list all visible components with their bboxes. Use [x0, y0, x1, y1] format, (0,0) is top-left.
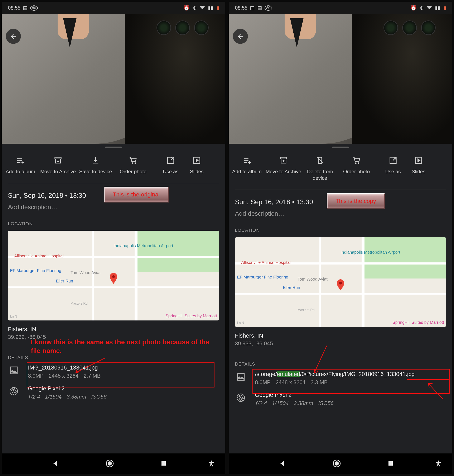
- location-map[interactable]: Indianapolis Metropolitan Airport Alliso…: [8, 231, 219, 321]
- data-saver-icon: ⊕: [193, 5, 197, 11]
- map-poi: Masters Rd: [297, 308, 315, 312]
- svg-rect-0: [55, 157, 61, 159]
- nav-back-button[interactable]: [52, 460, 59, 468]
- aperture-icon: [8, 385, 20, 397]
- info-sheet: Add to album Move to Archive Save to dev…: [2, 144, 225, 453]
- action-order-photo[interactable]: Order photo: [114, 155, 152, 175]
- annotation-box: [252, 369, 450, 394]
- svg-point-9: [211, 461, 212, 462]
- nav-home-button[interactable]: [106, 459, 114, 468]
- add-to-album-icon: [229, 155, 265, 165]
- phone-original: 08:55 ▤ 80 ⏰ ⊕ ▮▮ ▮ Add to album: [2, 2, 225, 474]
- annotation-badge-original: This is the original: [104, 187, 169, 202]
- map-poi: Masters Rd: [70, 302, 88, 306]
- slideshow-icon: [189, 155, 204, 165]
- aperture-icon: [235, 392, 247, 404]
- annotation-underline: [407, 379, 449, 380]
- svg-point-20: [438, 461, 439, 462]
- svg-rect-8: [161, 461, 166, 466]
- photo-preview[interactable]: [2, 14, 225, 144]
- message-icon: ▤: [257, 5, 262, 11]
- nav-accessibility-button[interactable]: [208, 460, 215, 468]
- action-slideshow[interactable]: Slides: [189, 155, 204, 175]
- map-airport: Indianapolis Metropolitan Airport: [340, 250, 400, 255]
- signal-icon: ▮▮: [435, 5, 440, 11]
- svg-point-7: [108, 461, 112, 466]
- alarm-icon: ⏰: [410, 5, 417, 11]
- battery-icon: ▮: [216, 5, 219, 11]
- map-poi: EF Marburger Fine Flooring: [10, 268, 61, 273]
- battery-percent: 80: [265, 5, 272, 11]
- status-bar: 08:55 ▧ ▤ 80 ⏰ ⊕ ▮▮ ▮: [229, 2, 452, 14]
- location-map[interactable]: Indianapolis Metropolitan Airport Alliso…: [235, 237, 446, 327]
- nav-home-button[interactable]: [333, 459, 341, 468]
- nav-accessibility-button[interactable]: [435, 460, 442, 468]
- action-archive[interactable]: Move to Archive: [265, 155, 302, 181]
- signal-icon: ▮▮: [208, 5, 213, 11]
- location-coords: 39.933, -86.045: [235, 340, 446, 347]
- action-save-device[interactable]: Save to device: [77, 155, 114, 175]
- drag-handle[interactable]: [332, 146, 349, 148]
- download-icon: [77, 155, 114, 165]
- drag-handle[interactable]: [105, 146, 122, 148]
- use-as-icon: [152, 155, 189, 165]
- location-city: Fishers, IN: [235, 332, 446, 339]
- delete-device-icon: [302, 155, 338, 165]
- nav-bar: [2, 453, 225, 474]
- image-icon: [235, 371, 247, 383]
- map-poi: Allisonville Animal Hospital: [14, 254, 64, 259]
- annotation-badge-copy: This is the copy: [327, 193, 385, 209]
- data-saver-icon: ⊕: [420, 5, 424, 11]
- battery-icon: ▮: [443, 5, 446, 11]
- map-poi: Ln N: [10, 315, 17, 318]
- annotation-arrow-icon: [425, 381, 446, 400]
- image-icon: ▧: [250, 5, 255, 11]
- action-delete-device[interactable]: Delete from device: [302, 155, 338, 181]
- location-header: LOCATION: [2, 211, 225, 231]
- svg-point-14: [339, 282, 342, 284]
- map-poi: SpringHill Suites by Marriott: [393, 320, 444, 325]
- map-poi: Tom Wood Aviati: [297, 277, 328, 282]
- message-icon: ▤: [23, 5, 28, 11]
- description-input[interactable]: Add description…: [235, 210, 446, 217]
- svg-rect-10: [280, 157, 287, 159]
- camera-stats: ƒ/2.41/15043.38mmISO56: [28, 393, 219, 400]
- image-icon: [8, 365, 20, 376]
- location-city: Fishers, IN: [8, 326, 219, 333]
- slideshow-icon: [411, 155, 426, 165]
- annotation-text: I know this is the same as the next phot…: [31, 338, 214, 355]
- nav-recents-button[interactable]: [387, 460, 394, 468]
- status-time: 08:55: [8, 5, 20, 11]
- battery-percent: 80: [30, 5, 38, 11]
- action-use-as[interactable]: Use as: [152, 155, 189, 175]
- details-header: DETAILS: [229, 347, 452, 371]
- back-button[interactable]: [6, 29, 21, 44]
- action-use-as[interactable]: Use as: [375, 155, 411, 181]
- action-archive[interactable]: Move to Archive: [39, 155, 77, 175]
- camera-stats: ƒ/2.41/15043.38mmISO56: [255, 400, 446, 407]
- svg-rect-19: [388, 461, 393, 466]
- action-add-to-album[interactable]: Add to album: [2, 155, 39, 175]
- archive-icon: [39, 155, 77, 165]
- description-input[interactable]: Add description…: [8, 204, 219, 211]
- nav-recents-button[interactable]: [160, 460, 167, 468]
- action-add-to-album[interactable]: Add to album: [229, 155, 265, 181]
- map-poi: Ln N: [237, 321, 244, 325]
- map-pin-icon: [336, 279, 345, 291]
- action-slideshow[interactable]: Slides: [411, 155, 426, 181]
- nav-back-button[interactable]: [279, 460, 286, 468]
- annotation-box: [27, 362, 214, 387]
- cart-icon: [338, 155, 375, 165]
- map-poi: Eller Run: [56, 279, 73, 284]
- map-poi: Allisonville Animal Hospital: [241, 260, 291, 265]
- action-order-photo[interactable]: Order photo: [338, 155, 375, 181]
- map-pin-icon: [109, 273, 118, 284]
- map-poi: Eller Run: [283, 285, 300, 290]
- info-sheet: Add to album Move to Archive Delete from…: [229, 144, 452, 453]
- cart-icon: [114, 155, 152, 165]
- alarm-icon: ⏰: [183, 5, 190, 11]
- map-poi: Tom Wood Aviati: [70, 270, 101, 275]
- status-time: 08:55: [235, 5, 247, 11]
- photo-preview[interactable]: [229, 14, 452, 144]
- back-button[interactable]: [233, 29, 248, 44]
